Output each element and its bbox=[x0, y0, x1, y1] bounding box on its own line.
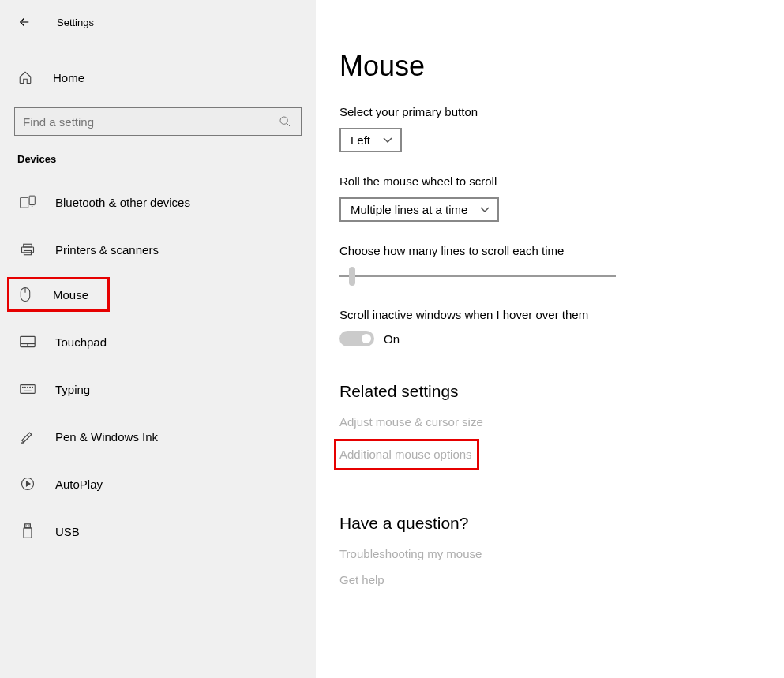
roll-wheel-dropdown[interactable]: Multiple lines at a time bbox=[339, 197, 499, 222]
sidebar-item-label: Typing bbox=[55, 383, 90, 396]
sidebar: Settings Home Devices Bluetooth & other … bbox=[0, 0, 316, 678]
link-troubleshooting-mouse[interactable]: Troubleshooting my mouse bbox=[339, 547, 482, 560]
titlebar: Settings bbox=[0, 6, 316, 38]
pen-icon bbox=[20, 429, 36, 444]
scroll-inactive-field: Scroll inactive windows when I hover ove… bbox=[339, 308, 760, 346]
toggle-knob bbox=[362, 334, 371, 343]
sidebar-item-label: Mouse bbox=[53, 288, 88, 302]
page-title: Mouse bbox=[339, 50, 760, 83]
primary-button-field: Select your primary button Left bbox=[339, 105, 760, 152]
svg-point-15 bbox=[25, 387, 26, 388]
sidebar-item-autoplay[interactable]: AutoPlay bbox=[0, 466, 316, 501]
toggle-state: On bbox=[384, 332, 400, 346]
svg-point-16 bbox=[28, 387, 28, 388]
search-box[interactable] bbox=[14, 107, 302, 136]
sidebar-item-label: AutoPlay bbox=[55, 478, 103, 491]
arrow-left-icon bbox=[17, 15, 32, 29]
svg-rect-3 bbox=[29, 196, 35, 204]
roll-wheel-label: Roll the mouse wheel to scroll bbox=[339, 174, 760, 188]
svg-rect-2 bbox=[21, 197, 28, 208]
svg-rect-6 bbox=[22, 247, 34, 253]
sidebar-item-typing[interactable]: Typing bbox=[0, 372, 316, 406]
chevron-down-icon bbox=[480, 207, 490, 213]
sidebar-item-label: USB bbox=[55, 525, 80, 538]
search-input[interactable] bbox=[23, 115, 277, 129]
lines-scroll-label: Choose how many lines to scroll each tim… bbox=[339, 244, 760, 257]
sidebar-item-touchpad[interactable]: Touchpad bbox=[0, 324, 316, 359]
usb-icon bbox=[20, 523, 36, 539]
scroll-inactive-toggle[interactable] bbox=[339, 331, 374, 346]
chevron-down-icon bbox=[383, 137, 392, 144]
sidebar-item-bluetooth[interactable]: Bluetooth & other devices bbox=[0, 185, 316, 219]
sidebar-item-printers[interactable]: Printers & scanners bbox=[0, 232, 316, 267]
svg-point-0 bbox=[280, 117, 287, 124]
touchpad-icon bbox=[20, 334, 36, 350]
link-additional-mouse-options[interactable]: Additional mouse options bbox=[339, 448, 472, 461]
svg-point-4 bbox=[32, 206, 32, 207]
sidebar-item-mouse[interactable]: Mouse bbox=[7, 277, 110, 312]
svg-rect-22 bbox=[24, 528, 32, 538]
link-get-help[interactable]: Get help bbox=[339, 573, 384, 586]
svg-rect-13 bbox=[21, 385, 35, 394]
sidebar-item-pen[interactable]: Pen & Windows Ink bbox=[0, 419, 316, 454]
app-title: Settings bbox=[57, 17, 94, 28]
svg-rect-21 bbox=[25, 524, 31, 528]
home-icon bbox=[17, 69, 33, 85]
sidebar-item-label: Touchpad bbox=[55, 335, 107, 349]
dropdown-value: Multiple lines at a time bbox=[351, 203, 467, 216]
slider-track bbox=[339, 275, 616, 277]
roll-wheel-field: Roll the mouse wheel to scroll Multiple … bbox=[339, 174, 760, 222]
printer-icon bbox=[20, 242, 36, 257]
main-content: Mouse Select your primary button Left Ro… bbox=[316, 0, 784, 678]
svg-point-14 bbox=[22, 387, 23, 388]
link-adjust-mouse-cursor-size[interactable]: Adjust mouse & cursor size bbox=[339, 415, 483, 429]
slider-thumb[interactable] bbox=[349, 267, 355, 286]
svg-point-18 bbox=[32, 387, 33, 388]
sidebar-item-label: Pen & Windows Ink bbox=[55, 430, 158, 444]
svg-point-17 bbox=[30, 387, 31, 388]
sidebar-item-label: Printers & scanners bbox=[55, 243, 159, 257]
primary-button-label: Select your primary button bbox=[339, 105, 760, 118]
search-container bbox=[14, 107, 302, 136]
autoplay-icon bbox=[20, 476, 36, 492]
have-question-heading: Have a question? bbox=[339, 514, 760, 533]
sidebar-item-label: Bluetooth & other devices bbox=[55, 196, 190, 209]
related-settings-heading: Related settings bbox=[339, 382, 760, 401]
lines-scroll-slider[interactable] bbox=[339, 267, 616, 286]
back-button[interactable] bbox=[17, 15, 32, 29]
highlight-additional-mouse-options: Additional mouse options bbox=[334, 439, 479, 470]
home-nav[interactable]: Home bbox=[0, 62, 316, 93]
home-label: Home bbox=[53, 71, 84, 84]
section-header: Devices bbox=[0, 153, 316, 165]
primary-button-dropdown[interactable]: Left bbox=[339, 128, 402, 152]
keyboard-icon bbox=[20, 381, 36, 397]
lines-scroll-field: Choose how many lines to scroll each tim… bbox=[339, 244, 760, 286]
sidebar-item-usb[interactable]: USB bbox=[0, 514, 316, 549]
bluetooth-devices-icon bbox=[20, 194, 36, 210]
mouse-icon bbox=[17, 287, 33, 302]
search-icon bbox=[277, 114, 293, 129]
dropdown-value: Left bbox=[351, 133, 370, 147]
svg-line-1 bbox=[287, 123, 290, 126]
scroll-inactive-label: Scroll inactive windows when I hover ove… bbox=[339, 308, 760, 321]
